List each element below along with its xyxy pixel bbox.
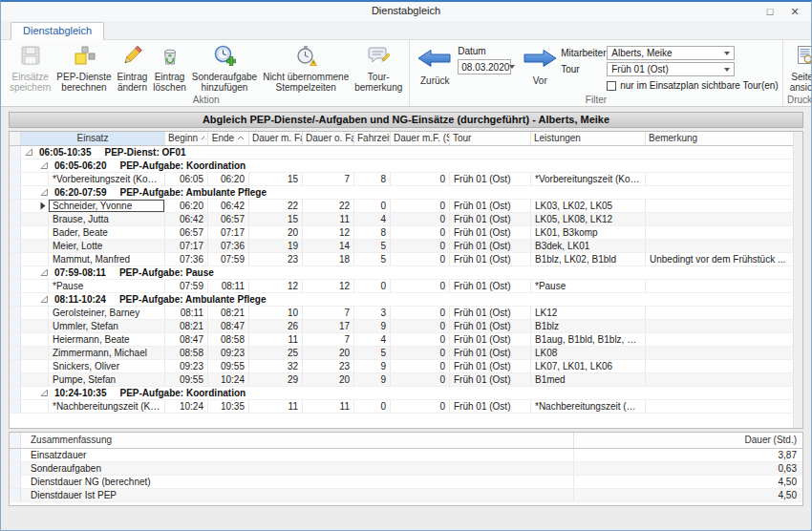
column-header-dauer-mf-s[interactable]: Dauer m.F. (S... xyxy=(391,132,450,145)
column-header-leistungen[interactable]: Leistungen xyxy=(531,132,646,145)
ende-cell: 07:59 xyxy=(208,253,249,266)
data-row[interactable]: Heiermann, Beate08:4708:5811740Früh 01 (… xyxy=(10,333,795,347)
data-row[interactable]: *Nachbereitungszeit (Koor...10:2410:3511… xyxy=(10,400,795,414)
einsatz-cell: Snickers, Oliver xyxy=(49,360,165,372)
mitarbeiter-value: Alberts, Meike xyxy=(611,48,672,58)
column-header-bemerkung[interactable]: Bemerkung xyxy=(646,132,795,145)
close-button[interactable]: ✕ xyxy=(782,2,807,21)
row-indent xyxy=(21,280,49,292)
einsaetze-speichern-button[interactable]: Einsätze speichern xyxy=(7,42,53,94)
einsatz-cell[interactable]: Schneider, Yvonne xyxy=(49,200,165,212)
column-header-tour[interactable]: Tour xyxy=(450,132,531,145)
expander-icon[interactable] xyxy=(40,188,49,197)
ende-cell: 08:47 xyxy=(208,320,249,332)
data-row[interactable]: Bader, Beate06:5707:17201280Früh 01 (Ost… xyxy=(10,226,795,240)
column-header-ende[interactable]: Ende xyxy=(208,132,249,145)
leistungen-cell: *Pause xyxy=(531,280,646,292)
tour-combo[interactable]: Früh 01 (Ost) xyxy=(607,62,735,76)
maximize-button[interactable]: □ xyxy=(758,2,782,21)
dauer_mf_s-cell: 0 xyxy=(391,360,450,372)
data-row[interactable]: Ummler, Stefan08:2108:47261790Früh 01 (O… xyxy=(10,320,795,333)
eintrag-aendern-button[interactable]: Eintrag ändern xyxy=(115,42,151,94)
beginn-cell: 08:47 xyxy=(165,333,208,346)
bemerkung-cell xyxy=(646,347,795,359)
beginn-cell: 08:21 xyxy=(165,320,208,332)
fahrzeit-cell: 4 xyxy=(354,213,391,225)
group-row[interactable]: 06:05-06:20PEP-Aufgabe: Koordination xyxy=(10,159,795,173)
button-label: ansicht xyxy=(790,82,812,93)
dauer_mf_s-cell: 0 xyxy=(391,320,450,332)
tour-bemerkung-button[interactable]: Tour- bemerkung xyxy=(352,42,405,94)
pep-dienste-berechnen-button[interactable]: PEP-Dienste berechnen xyxy=(53,42,114,94)
row-indicator xyxy=(10,213,21,225)
dauer_m_fa-cell: 23 xyxy=(249,253,303,266)
column-header-einsatz[interactable]: Einsatz xyxy=(21,132,165,145)
fahrzeit-cell: 0 xyxy=(354,280,391,292)
column-header-dauer-m-fa[interactable]: Dauer m. Fa... xyxy=(249,132,303,145)
group-row-content: 08:11-10:24PEP-Aufgabe: Ambulante Pflege xyxy=(21,293,795,306)
nicht-uebernommene-stempelzeiten-button[interactable]: Nicht übernommene Stempelzeiten xyxy=(260,42,352,94)
summary-value: 3,87 xyxy=(574,449,802,461)
data-row[interactable]: Meier, Lotte07:1707:36191450Früh 01 (Ost… xyxy=(10,240,795,253)
data-row[interactable]: Pumpe, Stefan09:5510:24292090Früh 01 (Os… xyxy=(10,373,795,387)
summary-value: 4,50 xyxy=(574,476,802,488)
bemerkung-cell xyxy=(646,307,795,319)
dauer_o_fa-cell: 11 xyxy=(303,400,354,413)
column-header-fahrzeit[interactable]: Fahrzeit xyxy=(354,132,391,145)
summary-label: Sonderaufgaben xyxy=(21,462,574,475)
einsatz-cell: *Nachbereitungszeit (Koor... xyxy=(49,400,165,413)
column-header-beginn[interactable]: Beginn xyxy=(165,132,208,145)
eintrag-loeschen-button[interactable]: Eintrag löschen xyxy=(150,42,188,94)
ribbon-tab-strip: Dienstabgleich xyxy=(1,21,811,39)
row-indicator xyxy=(10,333,21,346)
data-row[interactable]: Schneider, Yvonne06:2006:42222200Früh 01… xyxy=(10,200,795,213)
fahrzeit-cell: 9 xyxy=(354,360,391,372)
data-row[interactable]: Snickers, Oliver09:2309:55322390Früh 01 … xyxy=(10,360,795,373)
row-indicator xyxy=(10,293,21,306)
data-row[interactable]: Zimmermann, Michael08:5809:23252050Früh … xyxy=(10,347,795,360)
tour-cell: Früh 01 (Ost) xyxy=(450,200,531,212)
dauer_mf_s-cell: 0 xyxy=(391,373,450,386)
tour-filter-checkbox[interactable] xyxy=(607,81,616,91)
vor-button[interactable]: Vor xyxy=(523,49,557,91)
tab-dienstabgleich[interactable]: Dienstabgleich xyxy=(11,22,104,40)
group-title: PEP-Aufgabe: Koordination xyxy=(119,387,246,399)
seitenansicht-button[interactable]: Seiten ansicht xyxy=(787,42,812,94)
einsatz-cell: *Vorbereitungszeit (Koordi... xyxy=(49,173,165,185)
expander-icon[interactable] xyxy=(25,148,33,157)
row-indent xyxy=(21,253,49,266)
row-indicator xyxy=(10,462,21,475)
expander-icon[interactable] xyxy=(40,161,49,170)
grid-right-gutter xyxy=(793,132,802,428)
group-row[interactable]: 10:24-10:35PEP-Aufgabe: Koordination xyxy=(10,387,795,400)
row-indicator xyxy=(10,159,21,172)
data-row[interactable]: Mammut, Manfred07:3607:59231850Früh 01 (… xyxy=(10,253,795,266)
bemerkung-cell: Unbedingt vor dem Frühstück ... xyxy=(646,253,795,266)
group-row[interactable]: 06:05-10:35PEP-Dienst: OF01 xyxy=(10,146,795,159)
datum-label: Datum xyxy=(458,46,511,56)
data-row[interactable]: *Vorbereitungszeit (Koordi...06:0506:201… xyxy=(10,173,795,186)
group-row[interactable]: 06:20-07:59PEP-Aufgabe: Ambulante Pflege xyxy=(10,186,795,200)
group-row[interactable]: 07:59-08:11PEP-Aufgabe: Pause xyxy=(10,266,795,280)
floppy-disk-icon xyxy=(19,43,42,72)
column-header-dauer-o-fa[interactable]: Dauer o. Fa... xyxy=(303,132,354,145)
group-time: 08:11-10:24 xyxy=(54,293,106,306)
zurueck-button[interactable]: Zurück xyxy=(417,49,452,91)
row-indent xyxy=(21,320,49,332)
mitarbeiter-combo[interactable]: Alberts, Meike xyxy=(607,46,735,60)
dauer_mf_s-cell: 0 xyxy=(391,173,450,185)
group-row[interactable]: 08:11-10:24PEP-Aufgabe: Ambulante Pflege xyxy=(10,293,795,307)
column-label: Ende xyxy=(212,133,234,144)
group-title: PEP-Aufgabe: Ambulante Pflege xyxy=(119,186,267,199)
data-row[interactable]: Gerolsteiner, Barney08:1108:2110730Früh … xyxy=(10,307,795,320)
data-row[interactable]: Brause, Jutta06:4206:57151140Früh 01 (Os… xyxy=(10,213,795,226)
bemerkung-cell xyxy=(646,280,795,292)
expander-icon[interactable] xyxy=(40,295,49,304)
expander-icon[interactable] xyxy=(40,268,49,277)
expander-icon[interactable] xyxy=(40,389,49,397)
dauer_mf_s-cell: 0 xyxy=(391,347,450,359)
datum-field[interactable]: 08.03.2020 xyxy=(458,59,511,74)
sonderaufgabe-hinzufuegen-button[interactable]: Sonderaufgabe hinzufügen xyxy=(189,42,260,94)
dauer_mf_s-cell: 0 xyxy=(391,307,450,319)
data-row[interactable]: *Pause07:5908:11121200Früh 01 (Ost)*Paus… xyxy=(10,280,795,293)
